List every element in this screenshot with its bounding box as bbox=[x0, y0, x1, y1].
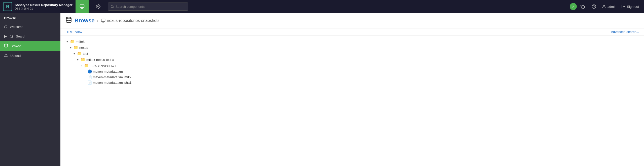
toggle-nexus[interactable]: ▼ bbox=[69, 46, 73, 49]
search-bar bbox=[108, 3, 188, 11]
sidebar-item-upload[interactable]: Upload bbox=[0, 51, 60, 60]
folder-icon-mtitek: 📁 bbox=[70, 39, 75, 44]
tree-node-maven-md5[interactable]: 📄 maven-metadata.xml.md5 bbox=[65, 74, 639, 80]
main-content: Browse / nexus-repositories-snapshots HT… bbox=[60, 13, 644, 166]
sidebar-item-welcome[interactable]: ⬡ Welcome bbox=[0, 22, 60, 31]
advanced-search-link[interactable]: Advanced search... bbox=[611, 30, 639, 34]
tree-container: ▼ 📁 mtitek ▼ 📁 nexus ▼ 📁 test ▼ 📁 mtitek… bbox=[60, 35, 644, 166]
node-label-snapshot: 1.0.0-SNAPSHOT bbox=[90, 64, 116, 68]
svg-rect-13 bbox=[101, 19, 105, 22]
svg-point-9 bbox=[10, 35, 13, 37]
toggle-snapshot[interactable]: + bbox=[80, 64, 83, 67]
toggle-mtitek[interactable]: ▼ bbox=[65, 40, 69, 43]
settings-icon[interactable] bbox=[92, 0, 105, 13]
svg-point-4 bbox=[111, 5, 113, 8]
tree-node-snapshot[interactable]: + 📁 1.0.0-SNAPSHOT bbox=[65, 63, 639, 69]
top-navigation: N Sonatype Nexus Repository Manager OSS … bbox=[0, 0, 644, 13]
breadcrumb-repo: nexus-repositories-snapshots bbox=[101, 18, 160, 23]
node-label-nexus: nexus bbox=[79, 46, 88, 50]
user-menu[interactable]: admin bbox=[600, 5, 618, 9]
svg-rect-0 bbox=[80, 5, 84, 8]
app-body: Browse ⬡ Welcome ▶ Search Browse bbox=[0, 13, 644, 166]
sidebar: Browse ⬡ Welcome ▶ Search Browse bbox=[0, 13, 60, 166]
signout-button[interactable]: Sign out bbox=[619, 5, 641, 9]
tree-node-mtitek[interactable]: ▼ 📁 mtitek bbox=[65, 38, 639, 45]
md5-file-icon: 📄 bbox=[88, 75, 92, 79]
welcome-icon: ⬡ bbox=[4, 24, 7, 29]
search-input[interactable] bbox=[116, 5, 186, 9]
refresh-icon[interactable] bbox=[578, 0, 588, 13]
breadcrumb: Browse / nexus-repositories-snapshots bbox=[60, 13, 644, 28]
xml-file-icon: 🔵 bbox=[88, 69, 92, 73]
nav-browse-icon[interactable] bbox=[76, 0, 89, 13]
sidebar-label-upload: Upload bbox=[10, 54, 21, 58]
svg-point-10 bbox=[5, 44, 8, 45]
tree-node-maven-sha1[interactable]: 📄 maven-metadata.xml.sha1 bbox=[65, 80, 639, 85]
sidebar-item-browse[interactable]: Browse bbox=[0, 41, 60, 51]
node-label-maven-md5: maven-metadata.xml.md5 bbox=[93, 75, 131, 79]
svg-point-7 bbox=[603, 5, 604, 6]
database-icon bbox=[4, 44, 8, 48]
html-view-link[interactable]: HTML View bbox=[65, 30, 82, 34]
tree-node-nexus[interactable]: ▼ 📁 nexus bbox=[65, 45, 639, 51]
node-label-test: test bbox=[83, 52, 88, 56]
tree-node-test[interactable]: ▼ 📁 test bbox=[65, 51, 639, 57]
sidebar-label-search: Search bbox=[16, 34, 26, 38]
user-icon bbox=[602, 5, 606, 9]
system-status-icon: ✓ bbox=[570, 3, 577, 10]
search-sidebar-icon bbox=[10, 34, 13, 38]
signout-icon bbox=[621, 5, 625, 9]
app-icon: N bbox=[3, 2, 12, 11]
breadcrumb-separator: / bbox=[97, 18, 98, 23]
sidebar-item-search[interactable]: ▶ Search bbox=[0, 31, 60, 41]
tree-node-mtitek-nexus-test-a[interactable]: ▼ 📁 mtitek-nexus-test-a bbox=[65, 57, 639, 63]
brand-text: Sonatype Nexus Repository Manager OSS 3.… bbox=[15, 3, 73, 10]
folder-icon-test: 📁 bbox=[77, 51, 82, 56]
svg-point-3 bbox=[97, 6, 99, 7]
node-label-maven-sha1: maven-metadata.xml.sha1 bbox=[93, 81, 131, 85]
sidebar-label-browse: Browse bbox=[11, 44, 21, 48]
help-icon[interactable] bbox=[589, 0, 599, 13]
breadcrumb-title: Browse bbox=[75, 17, 94, 24]
brand-logo: N Sonatype Nexus Repository Manager OSS … bbox=[3, 2, 73, 11]
upload-icon bbox=[4, 53, 8, 58]
repo-icon bbox=[101, 18, 105, 23]
svg-point-12 bbox=[66, 17, 71, 19]
toolbar: HTML View Advanced search... bbox=[60, 28, 644, 35]
signout-label: Sign out bbox=[627, 5, 639, 9]
toggle-mtitek-nexus-test-a[interactable]: ▼ bbox=[76, 58, 80, 61]
sidebar-label-welcome: Welcome bbox=[10, 25, 23, 29]
search-icon bbox=[111, 5, 114, 8]
tree-node-maven-xml[interactable]: 🔵 maven-metadata.xml bbox=[65, 69, 639, 74]
username-label: admin bbox=[607, 5, 616, 9]
repo-name: nexus-repositories-snapshots bbox=[107, 18, 160, 23]
sha1-file-icon: 📄 bbox=[88, 80, 92, 85]
sidebar-section-title: Browse bbox=[0, 13, 60, 22]
node-label-mtitek: mtitek bbox=[76, 40, 85, 44]
browse-db-icon bbox=[65, 17, 72, 25]
node-label-maven-xml: maven-metadata.xml bbox=[93, 70, 123, 73]
nav-right-actions: ✓ admin Sign out bbox=[570, 0, 641, 13]
app-title: Sonatype Nexus Repository Manager bbox=[15, 3, 73, 7]
folder-icon-mtitek-nexus-test-a: 📁 bbox=[81, 57, 85, 62]
node-label-mtitek-nexus-test-a: mtitek-nexus-test-a bbox=[86, 58, 114, 62]
chevron-right-icon: ▶ bbox=[4, 34, 7, 38]
folder-icon-nexus: 📁 bbox=[74, 45, 78, 50]
toggle-test[interactable]: ▼ bbox=[73, 52, 76, 55]
folder-icon-snapshot: 📁 bbox=[84, 63, 89, 68]
app-subtitle: OSS 3.18.0-01 bbox=[15, 7, 73, 10]
